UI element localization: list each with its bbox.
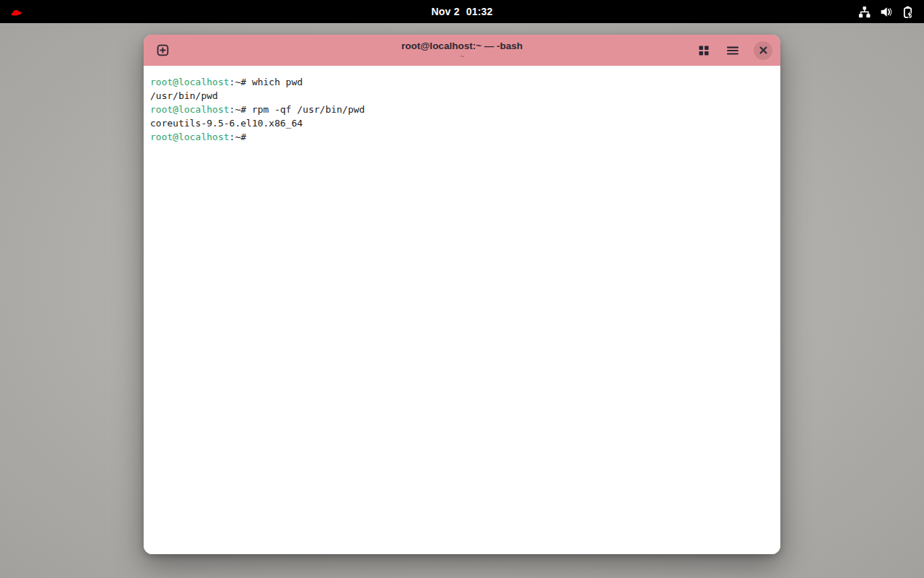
terminal-prompt-line: root@localhost:~# rpm -qf /usr/bin/pwd xyxy=(150,103,773,116)
output-text: coreutils-9.5-6.el10.x86_64 xyxy=(150,118,302,129)
close-button[interactable] xyxy=(754,41,772,60)
prompt-suffix: :~# xyxy=(230,131,246,142)
clock-date: Nov 2 xyxy=(432,6,460,17)
command-text: rpm -qf /usr/bin/pwd xyxy=(252,104,365,115)
window-title: root@localhost:~ — -bash xyxy=(401,40,523,52)
window-subtitle: ~ xyxy=(460,53,464,61)
system-tray[interactable] xyxy=(858,0,914,23)
terminal-prompt-line: root@localhost:~# which pwd xyxy=(150,75,773,89)
command-text: which pwd xyxy=(252,77,302,87)
clock-time: 01:32 xyxy=(466,6,493,17)
hamburger-menu-icon xyxy=(726,45,739,56)
new-tab-icon xyxy=(157,44,169,56)
terminal-prompt-line: root@localhost:~# xyxy=(150,130,773,144)
output-text: /usr/bin/pwd xyxy=(150,90,218,101)
prompt-user: root@localhost xyxy=(150,131,230,142)
prompt-suffix: :~# xyxy=(230,104,252,115)
prompt-suffix: :~# xyxy=(230,77,252,87)
grid-icon xyxy=(698,45,710,56)
wired-network-icon xyxy=(858,6,871,18)
tab-overview-button[interactable] xyxy=(692,38,716,63)
terminal-content[interactable]: root@localhost:~# which pwd /usr/bin/pwd… xyxy=(144,66,780,554)
terminal-window: root@localhost:~ — -bash ~ xyxy=(144,35,780,554)
prompt-user: root@localhost xyxy=(150,77,230,87)
menu-button[interactable] xyxy=(720,38,745,63)
top-bar: Nov 2 01:32 xyxy=(0,0,924,23)
terminal-output-line: coreutils-9.5-6.el10.x86_64 xyxy=(150,116,773,130)
terminal-output-line: /usr/bin/pwd xyxy=(150,89,773,103)
titlebar[interactable]: root@localhost:~ — -bash ~ xyxy=(144,35,780,66)
clock[interactable]: Nov 2 01:32 xyxy=(0,0,924,23)
volume-icon xyxy=(880,6,892,18)
close-icon xyxy=(759,46,767,54)
prompt-user: root@localhost xyxy=(150,104,230,115)
window-title-area: root@localhost:~ — -bash ~ xyxy=(230,35,694,66)
new-tab-button[interactable] xyxy=(150,38,175,63)
titlebar-actions xyxy=(692,38,774,63)
battery-charging-icon xyxy=(902,6,914,18)
